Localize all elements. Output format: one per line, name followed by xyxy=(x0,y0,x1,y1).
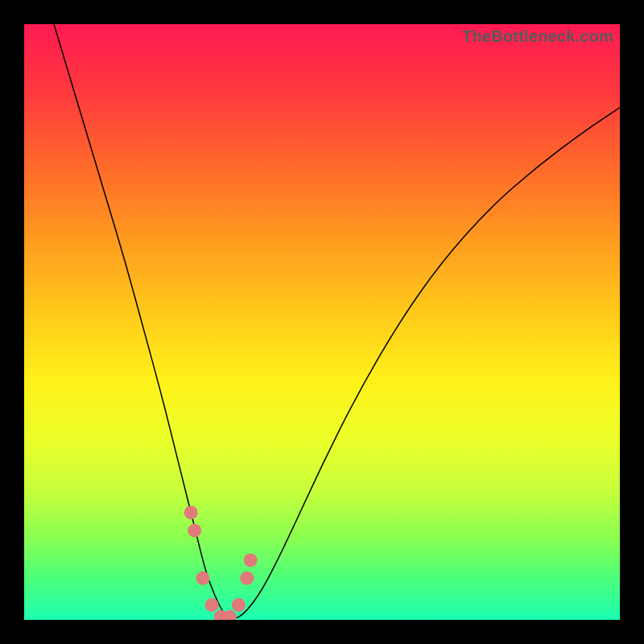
highlight-marker xyxy=(232,598,246,612)
plot-area: TheBottleneck.com xyxy=(24,24,620,620)
highlight-marker xyxy=(244,554,258,568)
bottleneck-curve xyxy=(54,24,620,618)
highlight-marker xyxy=(196,572,210,585)
highlight-marker xyxy=(184,506,198,519)
curve-svg xyxy=(24,24,620,620)
highlight-marker xyxy=(188,524,201,538)
chart-frame: TheBottleneck.com xyxy=(0,0,644,644)
highlight-marker xyxy=(205,598,219,612)
highlight-markers xyxy=(184,506,258,620)
highlight-marker xyxy=(240,572,254,585)
